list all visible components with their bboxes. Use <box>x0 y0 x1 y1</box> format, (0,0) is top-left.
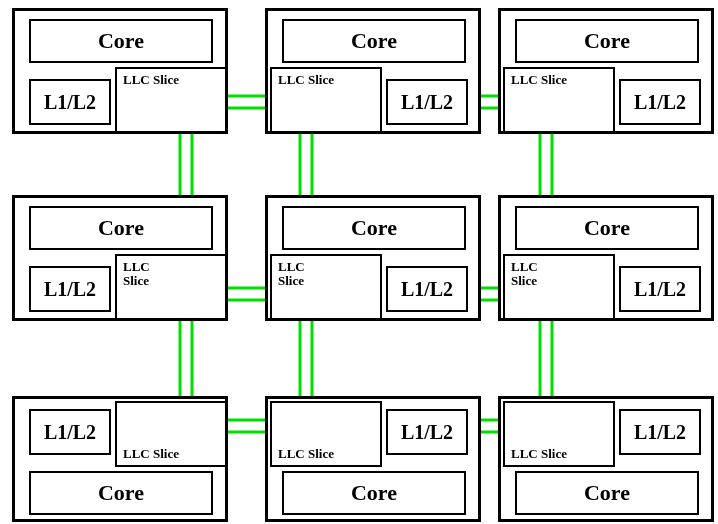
core-box: Core <box>515 206 699 250</box>
core-box: Core <box>29 19 213 63</box>
llc-slice-label: LLC Slice <box>123 447 179 461</box>
l1l2-box: L1/L2 <box>386 409 468 455</box>
llc-slice-box: LLC Slice <box>503 67 615 133</box>
tile-r2-c1: LLC Slice L1/L2 Core <box>265 396 481 522</box>
diagram-canvas: Core L1/L2 LLC Slice Core LLC Slice L1/L… <box>0 0 718 524</box>
llc-slice-label: LLC Slice <box>511 447 567 461</box>
tile-r0-c1: Core LLC Slice L1/L2 <box>265 8 481 134</box>
l1l2-box: L1/L2 <box>386 79 468 125</box>
l1l2-box: L1/L2 <box>386 266 468 312</box>
llc-slice-box: LLC Slice <box>115 67 227 133</box>
llc-label: LLC <box>278 260 305 274</box>
core-box: Core <box>282 19 466 63</box>
l1l2-box: L1/L2 <box>619 409 701 455</box>
llc-label: LLC <box>511 260 538 274</box>
slice-label: Slice <box>511 274 537 288</box>
core-box: Core <box>515 19 699 63</box>
llc-slice-box: LLC Slice <box>115 254 227 320</box>
tile-r2-c2: LLC Slice L1/L2 Core <box>498 396 714 522</box>
tile-r1-c2: Core LLC Slice L1/L2 <box>498 195 714 321</box>
slice-label: Slice <box>123 274 149 288</box>
llc-slice-box: LLC Slice <box>115 401 227 467</box>
tile-r0-c2: Core LLC Slice L1/L2 <box>498 8 714 134</box>
l1l2-box: L1/L2 <box>619 79 701 125</box>
llc-slice-label: LLC Slice <box>511 73 567 87</box>
tile-r1-c0: Core L1/L2 LLC Slice <box>12 195 228 321</box>
l1l2-box: L1/L2 <box>29 79 111 125</box>
llc-slice-label: LLC Slice <box>278 73 334 87</box>
l1l2-box: L1/L2 <box>29 409 111 455</box>
llc-slice-box: LLC Slice <box>270 401 382 467</box>
core-box: Core <box>282 471 466 515</box>
llc-slice-label: LLC Slice <box>278 447 334 461</box>
llc-slice-box: LLC Slice <box>503 254 615 320</box>
tile-r2-c0: L1/L2 LLC Slice Core <box>12 396 228 522</box>
tile-r1-c1: Core LLC Slice L1/L2 <box>265 195 481 321</box>
core-box: Core <box>29 471 213 515</box>
core-box: Core <box>282 206 466 250</box>
llc-label: LLC <box>123 260 150 274</box>
tile-r0-c0: Core L1/L2 LLC Slice <box>12 8 228 134</box>
l1l2-box: L1/L2 <box>619 266 701 312</box>
llc-slice-box: LLC Slice <box>270 254 382 320</box>
core-box: Core <box>515 471 699 515</box>
slice-label: Slice <box>278 274 304 288</box>
core-box: Core <box>29 206 213 250</box>
llc-slice-label: LLC Slice <box>123 73 179 87</box>
l1l2-box: L1/L2 <box>29 266 111 312</box>
llc-slice-box: LLC Slice <box>270 67 382 133</box>
llc-slice-box: LLC Slice <box>503 401 615 467</box>
